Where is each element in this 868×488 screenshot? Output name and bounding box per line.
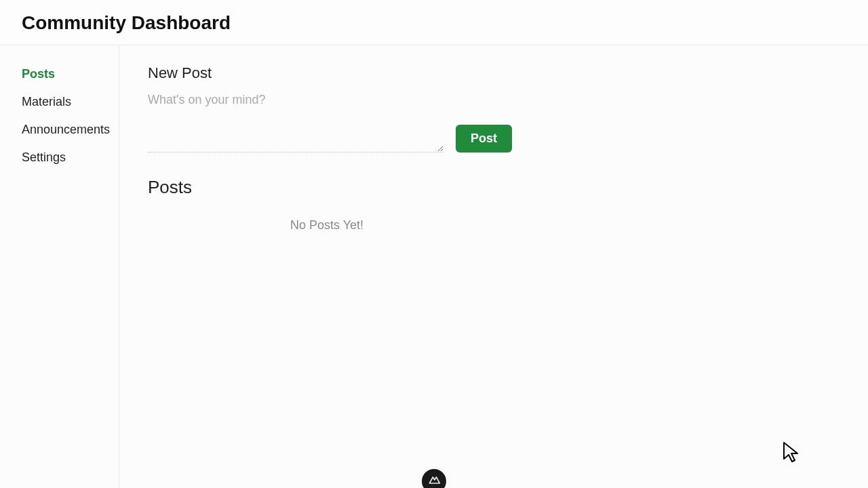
new-post-heading: New Post bbox=[148, 64, 840, 82]
sidebar-item-materials[interactable]: Materials bbox=[22, 95, 119, 109]
header: Community Dashboard bbox=[0, 0, 868, 45]
posts-heading: Posts bbox=[148, 177, 840, 198]
post-button[interactable]: Post bbox=[456, 125, 512, 152]
main-content: New Post Post Posts No Posts Yet! bbox=[119, 45, 868, 488]
layout: Posts Materials Announcements Settings N… bbox=[0, 45, 868, 488]
sidebar-item-announcements[interactable]: Announcements bbox=[22, 123, 119, 137]
new-post-input[interactable] bbox=[148, 92, 443, 152]
nuxt-icon bbox=[427, 473, 441, 488]
posts-empty-state: No Posts Yet! bbox=[290, 218, 840, 232]
nuxt-devtools-badge[interactable] bbox=[422, 469, 446, 488]
new-post-form: Post bbox=[148, 92, 840, 152]
sidebar-item-posts[interactable]: Posts bbox=[22, 67, 119, 81]
sidebar: Posts Materials Announcements Settings bbox=[0, 45, 119, 488]
sidebar-item-settings[interactable]: Settings bbox=[22, 150, 119, 165]
page-title: Community Dashboard bbox=[22, 12, 846, 34]
